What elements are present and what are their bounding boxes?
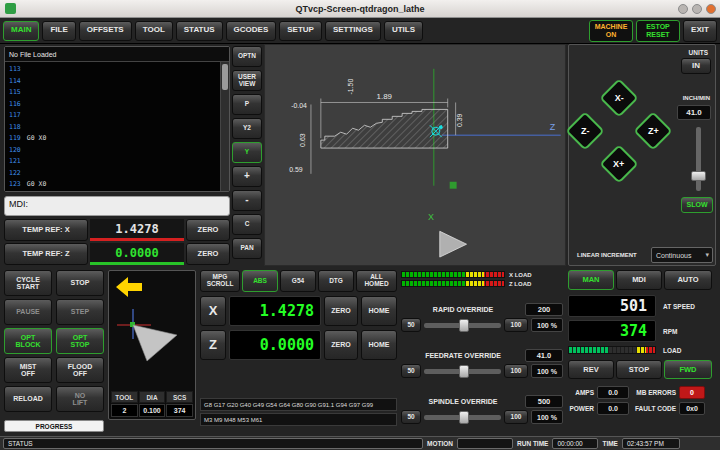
- x-axis-select-button[interactable]: X: [200, 296, 226, 326]
- spindle-max-button[interactable]: 100: [504, 410, 528, 424]
- x-zero-button[interactable]: ZERO: [324, 296, 358, 326]
- spindle-reverse-button[interactable]: REV: [568, 360, 614, 379]
- z-load-row: Z LOAD: [401, 279, 563, 288]
- jog-rate-slider[interactable]: [696, 127, 701, 191]
- linear-increment-select[interactable]: Continuous: [651, 247, 713, 263]
- cycle-stop-button[interactable]: STOP: [56, 270, 104, 296]
- titlebar[interactable]: QTvcp-Screen-qtdragon_lathe: [0, 0, 720, 18]
- exit-button[interactable]: EXIT: [683, 20, 717, 42]
- motion-value-field: [457, 438, 513, 449]
- mist-button[interactable]: MIST OFF: [4, 357, 52, 383]
- manual-mode-button[interactable]: MAN: [568, 270, 614, 290]
- zoom-out-button[interactable]: -: [232, 190, 262, 211]
- units-toggle-button[interactable]: IN: [681, 58, 711, 74]
- spindle-direction-buttons: REV STOP FWD: [568, 360, 716, 379]
- zoom-in-button[interactable]: +: [232, 166, 262, 187]
- tool-direction-arrow-icon: [114, 275, 144, 299]
- auto-mode-button[interactable]: AUTO: [664, 270, 712, 290]
- spindle-override-slider[interactable]: [424, 415, 501, 420]
- gcode-line: 118: [9, 122, 220, 134]
- pause-button[interactable]: PAUSE: [4, 299, 52, 325]
- scrollbar-thumb[interactable]: [222, 64, 228, 90]
- tab-settings[interactable]: SETTINGS: [325, 21, 381, 41]
- rapid-max-button[interactable]: 100: [504, 318, 528, 332]
- zero-z-button[interactable]: ZERO: [186, 243, 230, 265]
- estop-reset-button[interactable]: ESTOP RESET: [636, 20, 680, 42]
- tab-utils[interactable]: UTILS: [384, 21, 423, 41]
- mdi-mode-button[interactable]: MDI: [616, 270, 662, 290]
- active-gcodes-readout: G8 G17 G20 G40 G49 G54 G64 G80 G90 G91.1…: [200, 398, 397, 411]
- view-y2-button[interactable]: Y2: [232, 118, 262, 139]
- temp-ref-z-button[interactable]: TEMP REF: Z: [4, 243, 88, 265]
- view-p-button[interactable]: P: [232, 94, 262, 115]
- feedrate-percent: 100 %: [531, 364, 563, 378]
- optional-stop-button[interactable]: OPT STOP: [56, 328, 104, 354]
- tab-setup[interactable]: SETUP: [279, 21, 322, 41]
- pan-button[interactable]: PAN: [232, 238, 262, 259]
- optional-block-button[interactable]: OPT BLOCK: [4, 328, 52, 354]
- tab-offsets[interactable]: OFFSETS: [79, 21, 132, 41]
- mb-errors-value: 0: [679, 386, 705, 399]
- z-home-button[interactable]: HOME: [361, 330, 397, 360]
- feedrate-min-button[interactable]: 50: [401, 364, 421, 378]
- mdi-entry[interactable]: MDI:: [4, 196, 230, 216]
- zero-x-button[interactable]: ZERO: [186, 219, 230, 241]
- jog-x-plus-button[interactable]: X+: [599, 144, 639, 184]
- spindle-stop-button[interactable]: STOP: [616, 360, 662, 379]
- tab-file[interactable]: FILE: [42, 21, 75, 41]
- jog-rate-slider-handle[interactable]: [691, 171, 706, 181]
- mpg-scroll-button[interactable]: MPG SCROLL: [200, 270, 240, 292]
- tool-scs-header: SCS: [166, 391, 193, 403]
- run-time-value: 00:00:00: [552, 438, 598, 449]
- clear-view-button[interactable]: C: [232, 214, 262, 235]
- gcode-listing[interactable]: 113 114 115 116 117 118 119G0 X0 120 121…: [5, 62, 220, 191]
- slow-jog-button[interactable]: SLOW: [681, 197, 713, 213]
- x-axis-dro-value: 1.4278: [229, 296, 321, 326]
- dtg-button[interactable]: DTG: [318, 270, 354, 292]
- feedrate-slider-handle[interactable]: [459, 365, 469, 378]
- machine-on-button[interactable]: MACHINE ON: [589, 20, 633, 42]
- maximize-button[interactable]: [692, 4, 702, 14]
- feedrate-override-slider[interactable]: [424, 369, 501, 374]
- time-label: TIME: [602, 440, 618, 447]
- rapid-override-slider[interactable]: [424, 323, 501, 328]
- gcode-line: 119G0 X0: [9, 133, 220, 145]
- jog-z-minus-button[interactable]: Z-: [565, 111, 605, 151]
- abs-button[interactable]: ABS: [242, 270, 278, 292]
- cycle-start-button[interactable]: CYCLE START: [4, 270, 52, 296]
- user-view-button[interactable]: USER VIEW: [232, 70, 262, 91]
- tab-tool[interactable]: TOOL: [135, 21, 173, 41]
- all-homed-button[interactable]: ALL HOMED: [356, 270, 397, 292]
- temp-ref-x-button[interactable]: TEMP REF: X: [4, 219, 88, 241]
- flood-button[interactable]: FLOOD OFF: [56, 357, 104, 383]
- rapid-min-button[interactable]: 50: [401, 318, 421, 332]
- close-button[interactable]: [706, 4, 716, 14]
- feedrate-max-button[interactable]: 100: [504, 364, 528, 378]
- x-home-button[interactable]: HOME: [361, 296, 397, 326]
- g54-button[interactable]: G54: [280, 270, 316, 292]
- view-y-button[interactable]: Y: [232, 142, 262, 163]
- view-options-button[interactable]: OPTN: [232, 46, 262, 67]
- app-icon: [5, 3, 16, 14]
- jog-z-plus-button[interactable]: Z+: [633, 111, 673, 151]
- jog-x-minus-button[interactable]: X-: [599, 78, 639, 118]
- at-speed-label: AT SPEED: [663, 303, 695, 310]
- reload-button[interactable]: RELOAD: [4, 386, 52, 412]
- rapid-percent: 100 %: [531, 318, 563, 332]
- tab-status[interactable]: STATUS: [176, 21, 223, 41]
- z-axis-select-button[interactable]: Z: [200, 330, 226, 360]
- gcode-graphics-preview[interactable]: Z X 1.89 -1.50 0.39 -0.04 0.63 0.59: [264, 44, 566, 266]
- z-zero-button[interactable]: ZERO: [324, 330, 358, 360]
- no-lift-button[interactable]: NO LIFT: [56, 386, 104, 412]
- minimize-button[interactable]: [678, 4, 688, 14]
- tab-gcodes[interactable]: GCODES: [226, 21, 277, 41]
- spindle-min-button[interactable]: 50: [401, 410, 421, 424]
- step-button[interactable]: STEP: [56, 299, 104, 325]
- rapid-slider-handle[interactable]: [459, 319, 469, 332]
- scrollbar[interactable]: [220, 62, 229, 191]
- progress-label: PROGRESS: [36, 423, 73, 430]
- tab-main[interactable]: MAIN: [3, 21, 39, 41]
- spindle-forward-button[interactable]: FWD: [664, 360, 712, 379]
- spindle-slider-handle[interactable]: [459, 411, 469, 424]
- spindle-load-row: LOAD: [568, 346, 716, 354]
